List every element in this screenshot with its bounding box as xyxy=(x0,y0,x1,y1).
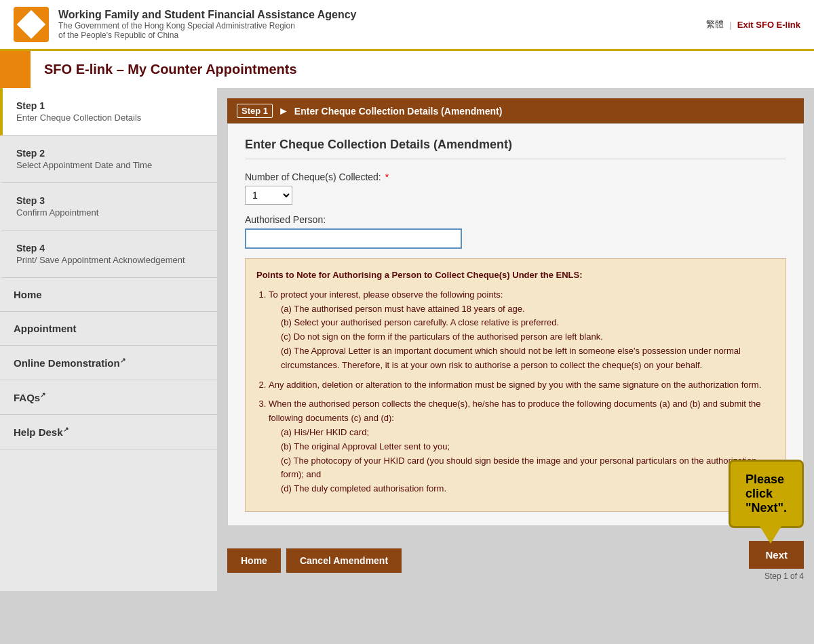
nav-faqs[interactable]: FAQs↗ xyxy=(0,380,217,415)
step1-label: Step 1 xyxy=(16,100,204,111)
tooltip-pointer xyxy=(760,526,781,544)
exit-link[interactable]: Exit SFO E-link xyxy=(737,20,800,30)
breadcrumb-title: Enter Cheque Collection Details (Amendme… xyxy=(294,106,502,117)
tooltip-box: Please click "Next". xyxy=(729,460,804,528)
nav-help-desk[interactable]: Help Desk↗ xyxy=(0,415,217,449)
step-breadcrumb: Step 1 ► Enter Cheque Collection Details… xyxy=(227,98,804,123)
cancel-amendment-button[interactable]: Cancel Amendment xyxy=(286,548,402,573)
header-left: Working Family and Student Financial Ass… xyxy=(14,7,357,42)
notes-item-3-sub-a: (a) His/Her HKID card; xyxy=(281,426,775,440)
sidebar: Step 1 Enter Cheque Collection Details S… xyxy=(0,88,217,591)
step2-desc: Select Appointment Date and Time xyxy=(16,160,204,170)
step4-desc: Print/ Save Appointment Acknowledgement xyxy=(16,255,204,265)
bottom-right-area: Please click "Next". Next Step 1 of 4 xyxy=(749,541,804,581)
step2-label: Step 2 xyxy=(16,148,204,159)
page-title-bar: SFO E-link – My Counter Appointments xyxy=(0,51,814,88)
main-layout: Step 1 Enter Cheque Collection Details S… xyxy=(0,88,814,591)
sidebar-step-3[interactable]: Step 3 Confirm Appointment xyxy=(0,183,217,230)
cheque-required-mark: * xyxy=(385,172,389,182)
notes-item-3-sub-d: (d) The duly completed authorisation for… xyxy=(281,482,775,496)
step-indicator: Step 1 of 4 xyxy=(764,571,804,581)
notes-item-1-sub-d: (d) The Approval Letter is an important … xyxy=(281,344,775,373)
authorised-person-label: Authorised Person: xyxy=(245,214,786,225)
notes-title: Points to Note for Authorising a Person … xyxy=(256,268,775,283)
tooltip-text: Please click "Next". xyxy=(745,472,787,515)
notes-item-1-sub-b: (b) Select your authorised person carefu… xyxy=(281,316,775,330)
header-subtitle-line1: The Government of the Hong Kong Special … xyxy=(58,21,357,31)
step1-desc: Enter Cheque Collection Details xyxy=(16,113,204,123)
sidebar-step-2[interactable]: Step 2 Select Appointment Date and Time xyxy=(0,136,217,183)
step3-label: Step 3 xyxy=(16,195,204,206)
header-divider: | xyxy=(729,20,731,30)
step-breadcrumb-badge: Step 1 xyxy=(237,104,273,118)
bottom-bar: Home Cancel Amendment Please click "Next… xyxy=(227,533,804,581)
logo-diamond-shape xyxy=(17,10,45,39)
notes-item-1-sub-c: (c) Do not sign on the form if the parti… xyxy=(281,330,775,344)
notes-item-2: Any addition, deletion or alteration to … xyxy=(269,378,775,393)
authorised-person-input[interactable] xyxy=(245,228,462,249)
step4-label: Step 4 xyxy=(16,243,204,254)
agency-logo xyxy=(14,7,49,42)
header-subtitle-line2: of the People's Republic of China xyxy=(58,31,357,40)
cheque-count-field: Number of Cheque(s) Collected: * 1 2 3 4… xyxy=(245,172,786,205)
form-panel: Enter Cheque Collection Details (Amendme… xyxy=(227,123,804,526)
main-content: Step 1 ► Enter Cheque Collection Details… xyxy=(217,88,814,591)
header-title-block: Working Family and Student Financial Ass… xyxy=(58,9,357,40)
step3-desc: Confirm Appointment xyxy=(16,207,204,218)
agency-name: Working Family and Student Financial Ass… xyxy=(58,9,357,21)
next-button[interactable]: Next xyxy=(749,541,804,569)
page-title: SFO E-link – My Counter Appointments xyxy=(44,62,297,77)
sidebar-step-1[interactable]: Step 1 Enter Cheque Collection Details xyxy=(0,88,217,136)
notes-item-3: When the authorised person collects the … xyxy=(269,397,775,496)
header: Working Family and Student Financial Ass… xyxy=(0,0,814,51)
page-title-inner: SFO E-link – My Counter Appointments xyxy=(31,51,814,88)
cheque-count-select[interactable]: 1 2 3 4 5 xyxy=(245,186,292,205)
nav-appointment[interactable]: Appointment xyxy=(0,312,217,346)
breadcrumb-arrow: ► xyxy=(278,105,289,117)
bottom-left-buttons: Home Cancel Amendment xyxy=(227,548,402,573)
next-button-wrapper: Please click "Next". Next xyxy=(749,541,804,569)
notes-item-1: To protect your interest, please observe… xyxy=(269,288,775,373)
cheque-count-label: Number of Cheque(s) Collected: * xyxy=(245,172,786,182)
home-button[interactable]: Home xyxy=(227,548,281,573)
header-right: 繁體 | Exit SFO E-link xyxy=(706,18,800,31)
lang-toggle[interactable]: 繁體 xyxy=(706,18,724,31)
nav-home[interactable]: Home xyxy=(0,278,217,312)
sidebar-step-4[interactable]: Step 4 Print/ Save Appointment Acknowled… xyxy=(0,230,217,278)
notes-item-3-sub-c: (c) The photocopy of your HKID card (you… xyxy=(281,454,775,483)
authorised-person-field: Authorised Person: xyxy=(245,214,786,249)
nav-online-demo[interactable]: Online Demonstration↗ xyxy=(0,346,217,380)
form-title: Enter Cheque Collection Details (Amendme… xyxy=(245,138,786,159)
notes-item-3-sub-b: (b) The original Approval Letter sent to… xyxy=(281,440,775,454)
notes-box: Points to Note for Authorising a Person … xyxy=(245,258,786,512)
notes-item-1-sub-a: (a) The authorised person must have atta… xyxy=(281,302,775,317)
tooltip-container: Please click "Next". xyxy=(729,460,804,528)
